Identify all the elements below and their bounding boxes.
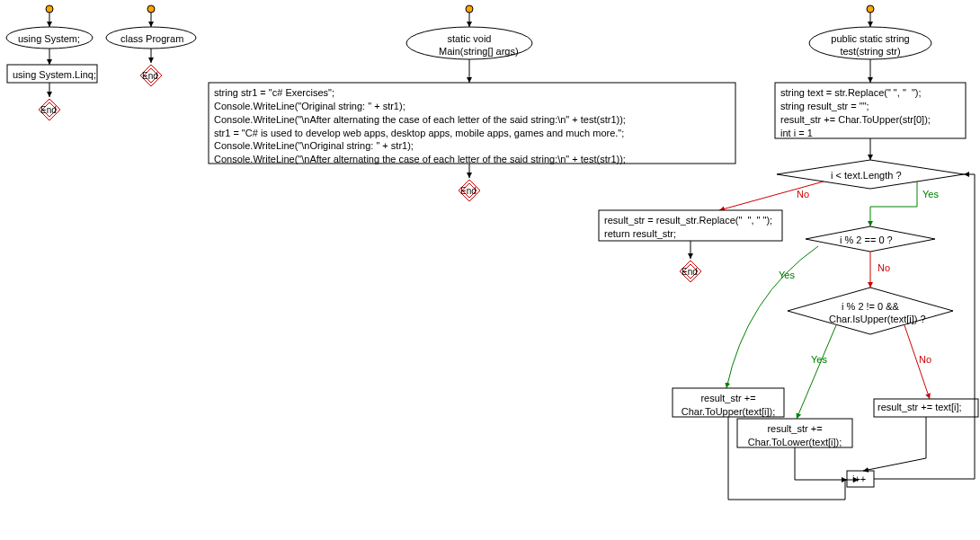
svg-marker-28 <box>777 160 964 189</box>
node-action-text: result_str += text[i]; <box>874 399 978 416</box>
svg-point-8 <box>147 5 155 13</box>
edge-cond3-yes: Yes <box>811 354 827 365</box>
flowchart-canvas <box>0 0 980 540</box>
node-action-upper: result_str += Char.ToUpper(text[i]); <box>673 388 784 422</box>
svg-point-0 <box>46 5 53 13</box>
edge-cond3-no: No <box>919 354 931 365</box>
node-test-init: string text = str.Replace(" ", " "); str… <box>775 83 966 143</box>
node-return: result_str = result_str.Replace(" ", " "… <box>599 210 782 244</box>
svg-point-22 <box>867 5 874 13</box>
node-main-body: string str1 = "c# Exercises"; Console.Wr… <box>209 83 735 170</box>
edge-cond1-yes: Yes <box>922 189 939 199</box>
svg-point-14 <box>466 5 473 13</box>
node-action-lower: result_str += Char.ToLower(text[i]); <box>737 419 852 453</box>
svg-point-16 <box>406 27 532 59</box>
svg-marker-36 <box>788 288 953 334</box>
edge-cond2-yes: Yes <box>779 270 795 280</box>
svg-rect-40 <box>847 471 874 487</box>
edge-cond2-no: No <box>878 262 890 273</box>
svg-point-2 <box>6 27 93 49</box>
svg-point-24 <box>809 27 931 59</box>
svg-rect-4 <box>7 65 97 83</box>
svg-marker-34 <box>806 226 935 252</box>
svg-point-10 <box>106 27 196 49</box>
edge-cond1-no: No <box>797 189 809 199</box>
